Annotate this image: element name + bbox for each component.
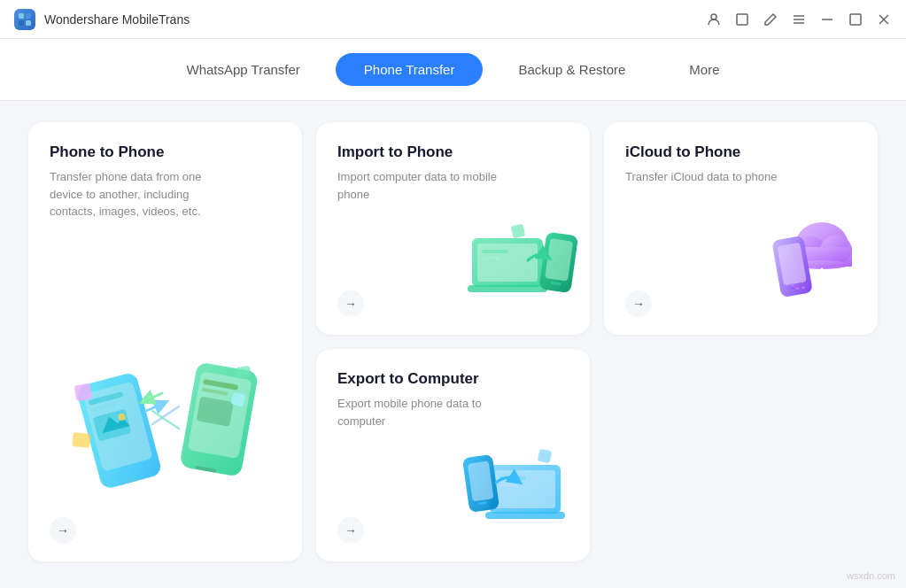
maximize-button[interactable] (848, 12, 863, 27)
card-title-phone-to-phone: Phone to Phone (50, 143, 281, 161)
svg-rect-50 (495, 470, 555, 508)
svg-rect-3 (26, 20, 31, 26)
app-title: Wondershare MobileTrans (44, 12, 190, 27)
tab-more[interactable]: More (661, 53, 747, 86)
card-export-to-computer[interactable]: Export to Computer Export mobile phone d… (316, 349, 590, 561)
card-title-import: Import to Phone (337, 143, 569, 161)
card-desc-icloud: Transfer iCloud data to phone (625, 168, 785, 186)
svg-rect-33 (468, 285, 547, 292)
titlebar-controls (706, 12, 892, 27)
app-icon (14, 9, 35, 30)
card-arrow-import[interactable]: → (337, 290, 364, 317)
close-button[interactable] (876, 12, 892, 27)
card-desc-import: Import computer data to mobile phone (337, 168, 497, 203)
svg-rect-53 (499, 484, 517, 486)
icloud-illustration (747, 207, 871, 322)
card-import-to-phone[interactable]: Import to Phone Import computer data to … (316, 122, 590, 335)
nav-bar: WhatsApp Transfer Phone Transfer Backup … (0, 39, 906, 101)
tab-phone[interactable]: Phone Transfer (336, 53, 484, 86)
card-title-icloud: iCloud to Phone (625, 143, 856, 161)
svg-rect-51 (485, 512, 565, 519)
card-icloud-to-phone[interactable]: iCloud to Phone Transfer iCloud data to … (604, 122, 878, 335)
menu-icon[interactable] (791, 12, 807, 27)
svg-rect-29 (72, 432, 90, 448)
svg-rect-32 (477, 244, 538, 282)
phone-to-phone-illustration (68, 340, 263, 517)
main-content: Phone to Phone Transfer phone data from … (0, 101, 906, 583)
svg-rect-35 (482, 257, 499, 259)
card-desc-export: Export mobile phone data to computer (337, 395, 497, 429)
svg-rect-34 (482, 250, 508, 253)
svg-point-4 (711, 14, 716, 19)
import-illustration (459, 216, 583, 322)
svg-rect-30 (236, 366, 252, 378)
watermark: wsxdn.com (847, 570, 895, 581)
card-arrow-export[interactable]: → (337, 517, 364, 544)
svg-rect-10 (850, 14, 861, 25)
card-title-export: Export to Computer (337, 370, 569, 388)
svg-rect-5 (737, 14, 747, 25)
svg-rect-39 (511, 224, 526, 239)
profile-icon[interactable] (706, 12, 722, 27)
window-icon[interactable] (734, 12, 750, 27)
titlebar-left: Wondershare MobileTrans (14, 9, 190, 30)
card-desc-phone-to-phone: Transfer phone data from one device to a… (50, 168, 209, 220)
svg-rect-1 (26, 13, 31, 19)
minimize-button[interactable] (819, 12, 835, 27)
svg-rect-27 (74, 383, 92, 402)
svg-rect-0 (19, 13, 24, 19)
svg-rect-2 (19, 20, 24, 26)
card-arrow-phone-to-phone[interactable]: → (50, 517, 76, 544)
titlebar: Wondershare MobileTrans (0, 0, 906, 39)
card-phone-to-phone[interactable]: Phone to Phone Transfer phone data from … (28, 122, 302, 561)
edit-icon[interactable] (763, 12, 778, 27)
svg-rect-57 (538, 449, 553, 464)
card-arrow-icloud[interactable]: → (625, 290, 652, 317)
tab-backup[interactable]: Backup & Restore (490, 53, 654, 86)
export-illustration (459, 443, 583, 549)
tab-whatsapp[interactable]: WhatsApp Transfer (158, 53, 328, 86)
